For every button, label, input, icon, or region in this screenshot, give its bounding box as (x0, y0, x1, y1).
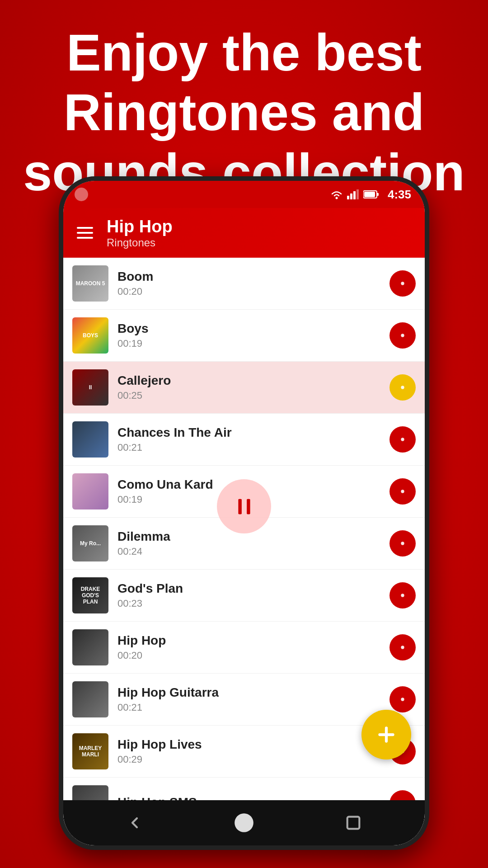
play-icon (398, 642, 408, 652)
play-icon (398, 278, 408, 288)
play-button-godsplan[interactable] (389, 582, 416, 609)
play-icon (398, 486, 408, 496)
svg-point-10 (401, 282, 404, 285)
svg-rect-44 (347, 817, 359, 829)
svg-point-28 (401, 594, 404, 597)
song-name-boys: Boys (117, 321, 389, 336)
svg-rect-42 (247, 499, 250, 514)
toolbar-subtitle: Ringtones (107, 236, 173, 249)
menu-button[interactable] (77, 227, 93, 239)
hamburger-line3 (77, 237, 93, 239)
plus-icon (375, 723, 398, 746)
play-button-hiphop[interactable] (389, 634, 416, 660)
phone-screen: 4:35 Hip Hop Ringtones MAROON 5Boom00:20… (63, 181, 425, 845)
svg-rect-2 (350, 193, 352, 199)
svg-point-0 (335, 197, 338, 199)
wifi-icon (330, 189, 343, 199)
bottom-navigation (63, 800, 425, 845)
song-thumb-chances (72, 421, 108, 458)
song-info-hiphopguitar: Hip Hop Guitarra00:21 (117, 685, 389, 713)
svg-point-43 (235, 813, 253, 832)
song-item-callejero[interactable]: IICallejero00:25 (63, 362, 425, 414)
battery-icon (363, 189, 380, 199)
song-duration-hiphoplives: 00:29 (117, 754, 389, 765)
song-duration-chances: 00:21 (117, 442, 389, 453)
song-duration-godsplan: 00:23 (117, 598, 389, 609)
song-name-chances: Chances In The Air (117, 425, 389, 440)
play-icon (398, 434, 408, 444)
play-icon (398, 538, 408, 548)
song-name-hiphop: Hip Hop (117, 633, 389, 648)
song-thumb-godsplan: DRAKE GOD'S PLAN (72, 577, 108, 613)
song-info-boom: Boom00:20 (117, 269, 389, 297)
song-thumb-boom: MAROON 5 (72, 265, 108, 302)
back-icon (126, 814, 144, 832)
play-button-callejero[interactable] (389, 374, 416, 401)
status-time: 4:35 (388, 188, 411, 202)
back-button[interactable] (126, 814, 144, 832)
song-name-hiphopguitar: Hip Hop Guitarra (117, 685, 389, 700)
fab-add-button[interactable] (361, 710, 411, 760)
phone-mockup: 4:35 Hip Hop Ringtones MAROON 5Boom00:20… (59, 176, 429, 850)
song-name-godsplan: God's Plan (117, 581, 389, 596)
play-icon (398, 590, 408, 600)
play-button-boom[interactable] (389, 270, 416, 297)
song-duration-callejero: 00:25 (117, 390, 389, 401)
song-thumb-como (72, 473, 108, 509)
song-name-boom: Boom (117, 269, 389, 284)
song-item-hiphop[interactable]: Hip Hop00:20 (63, 622, 425, 674)
svg-rect-41 (238, 499, 242, 514)
app-toolbar: Hip Hop Ringtones (63, 208, 425, 258)
svg-rect-1 (347, 196, 349, 199)
song-duration-boom: 00:20 (117, 286, 389, 297)
play-icon (398, 382, 408, 392)
status-bar: 4:35 (63, 181, 425, 208)
svg-rect-7 (364, 192, 375, 197)
home-button[interactable] (233, 811, 255, 834)
toolbar-title: Hip Hop (107, 217, 173, 236)
play-button-dilemma[interactable] (389, 530, 416, 557)
song-name-callejero: Callejero (117, 373, 389, 388)
song-item-chances[interactable]: Chances In The Air00:21 (63, 414, 425, 466)
song-duration-boys: 00:19 (117, 338, 389, 349)
notification-icon (75, 188, 88, 201)
svg-point-13 (401, 334, 404, 337)
status-icons: 4:35 (330, 188, 411, 202)
song-info-hiphop: Hip Hop00:20 (117, 633, 389, 661)
signal-icon (347, 189, 360, 199)
play-button-como[interactable] (389, 478, 416, 505)
song-thumb-hiphopguitar (72, 681, 108, 717)
song-info-boys: Boys00:19 (117, 321, 389, 349)
ringtones-word: Ringtones and (64, 83, 425, 141)
song-duration-hiphop: 00:20 (117, 650, 389, 661)
svg-rect-4 (357, 189, 359, 199)
song-item-godsplan[interactable]: DRAKE GOD'S PLANGod's Plan00:23 (63, 570, 425, 622)
song-info-hiphoplives: Hip Hop Lives00:29 (117, 737, 389, 765)
song-item-boys[interactable]: BOYSBoys00:19 (63, 310, 425, 362)
song-info-dilemma: Dilemma00:24 (117, 529, 389, 557)
song-thumb-dilemma: My Ro... (72, 525, 108, 561)
song-list: MAROON 5Boom00:20BOYSBoys00:19IICallejer… (63, 258, 425, 845)
pause-button[interactable] (217, 479, 271, 533)
song-item-boom[interactable]: MAROON 5Boom00:20 (63, 258, 425, 310)
song-name-hiphoplives: Hip Hop Lives (117, 737, 389, 752)
toolbar-titles: Hip Hop Ringtones (107, 217, 173, 249)
song-duration-hiphopguitar: 00:21 (117, 702, 389, 713)
play-button-chances[interactable] (389, 426, 416, 453)
play-button-boys[interactable] (389, 322, 416, 349)
svg-rect-6 (377, 193, 379, 196)
svg-point-16 (401, 386, 404, 389)
header-line2: Ringtones and (18, 82, 470, 142)
svg-point-25 (401, 542, 404, 545)
play-icon (398, 330, 408, 340)
song-thumb-hiphoplives: MARLEY MARLI (72, 733, 108, 769)
play-button-hiphopguitar[interactable] (389, 686, 416, 712)
recent-icon (344, 814, 362, 832)
song-thumb-boys: BOYS (72, 317, 108, 354)
song-thumb-callejero: II (72, 369, 108, 406)
home-icon (233, 811, 255, 834)
svg-point-31 (401, 646, 404, 649)
svg-point-34 (401, 698, 404, 701)
recent-apps-button[interactable] (344, 814, 362, 832)
enjoy-word: Enjoy the best (66, 24, 422, 81)
